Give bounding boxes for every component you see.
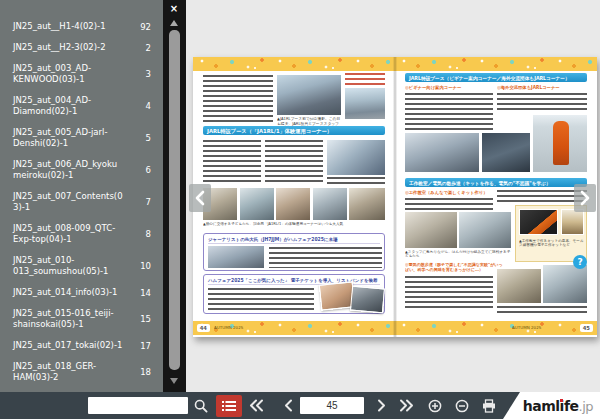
- article-box-eticket: ハムフェア2025「ここが気に入った」 電子チケットを導入、リストバンドを装着: [203, 274, 385, 314]
- toc-item[interactable]: JN25_aut_014_info(03)-1 14: [0, 282, 163, 303]
- article-box-header: ハムフェア2025「ここが気に入った」 電子チケットを導入、リストバンドを装着: [208, 277, 380, 285]
- zoom-in-icon: [428, 399, 442, 413]
- subheading-workshop: ◎工作教室（みんなで楽しくキット作り）: [405, 190, 493, 196]
- scrollbar-thumb[interactable]: [169, 30, 180, 370]
- toc-item[interactable]: JN25_aut_018_GER-HAM(03)-2 18: [0, 356, 163, 388]
- toc-item-label: JN25_aut__H2-3(02)-2: [13, 42, 133, 53]
- toc-item-label: JN25_aut_014_info(03)-1: [13, 287, 133, 298]
- magazine-spread: ▲JA1RLブース前で記念撮影。この日も晴天、JARL役員とブーススタッフのみな…: [193, 57, 597, 337]
- printer-icon: [482, 399, 496, 413]
- toc-item[interactable]: JN25_aut__H2-3(02)-2 2: [0, 37, 163, 58]
- toc-item-page: 92: [133, 22, 151, 32]
- photo-kids-operating-3: [276, 188, 310, 220]
- toc-item-label: JN25_aut_004_AD-Diamond(02)-1: [13, 95, 133, 117]
- toc-item-label: JN25_aut_010-013_soumushou(05)-1: [13, 255, 133, 277]
- toc-item[interactable]: JN25_aut_007_Contents(03)-1 7: [0, 186, 163, 218]
- page-number-input[interactable]: [300, 397, 364, 414]
- photo-experiment-kids-1: [497, 269, 541, 303]
- section-header-workshop: 工作教室／電気の散歩道（キットを作る、電気の"不思議"を学ぶ）: [405, 178, 587, 187]
- body-text-block: [208, 288, 314, 311]
- photo-display-case: [482, 133, 530, 172]
- body-text-block: [327, 177, 385, 185]
- photo-group-commemorative: [277, 75, 341, 115]
- photo-workshop-kids-2: [459, 212, 511, 248]
- deco-band-bottom: AUTUMN 2025 45: [395, 321, 597, 335]
- toc-item[interactable]: JN25_aut_017_tokai(02)-1 17: [0, 335, 163, 356]
- kit-sample-panel: ▲工作教室で作るキットの見本。モールス練習機や電子工作キットなど: [515, 205, 587, 262]
- photo-visitors-walking: [345, 88, 385, 119]
- last-page-button[interactable]: [398, 398, 414, 414]
- magazine-page-left[interactable]: ▲JA1RLブース前で記念撮影。この日も晴天、JARL役員とブーススタッフのみな…: [193, 57, 395, 337]
- toc-item-label: JN25_aut_015-016_teiji-shainsokai(05)-1: [13, 308, 133, 330]
- toc-item[interactable]: JN25_aut__H1-4(02)-1 92: [0, 16, 163, 37]
- photo-kit-device: [519, 209, 558, 235]
- toc-item-page: 2: [133, 43, 151, 53]
- toc-toggle-button[interactable]: [216, 395, 242, 417]
- toc-item[interactable]: JN25_aut_006_AD_kyokumeiroku(02)-1 6: [0, 154, 163, 186]
- search-button[interactable]: [193, 398, 209, 414]
- zoom-out-icon: [455, 399, 469, 413]
- toc-item-label: JN25_aut__H1-4(02)-1: [13, 21, 133, 32]
- photo-entrance-crowd: [350, 286, 385, 314]
- first-page-button[interactable]: [248, 398, 264, 414]
- photo-caption: ▲スタッフに教わりながら、はんだ付けや組み立てに挑戦する子どもたち: [405, 250, 511, 259]
- toc-item-label: JN25_aut_017_tokai(02)-1: [13, 340, 133, 351]
- chevron-right-icon: [376, 399, 387, 412]
- toc-item-page: 15: [133, 314, 151, 324]
- double-chevron-left-icon: [249, 399, 264, 412]
- toc-item[interactable]: JN25_aut_008-009_QTC-Exp-top(04)-1 8: [0, 218, 163, 250]
- body-text-block: [265, 140, 323, 184]
- caption-box-red: [345, 73, 385, 86]
- photo-caption: [497, 306, 587, 314]
- zoom-out-button[interactable]: [454, 398, 470, 414]
- photo-kit-parts: [561, 209, 584, 235]
- photo-kids-operating-4: [313, 188, 347, 220]
- orange-suit-figure: [553, 121, 569, 165]
- body-text-block: [405, 93, 493, 131]
- toc-item-label: JN25_aut_018_GER-HAM(03)-2: [13, 361, 133, 383]
- close-icon[interactable]: ×: [166, 2, 182, 16]
- question-bubble: ?: [573, 255, 587, 269]
- search-icon: [194, 399, 208, 413]
- next-page-button[interactable]: [574, 184, 596, 212]
- page-number-right: 45: [580, 324, 593, 332]
- toc-scrollbar[interactable]: ×: [163, 0, 186, 392]
- toc-item-label: JN25_aut_008-009_QTC-Exp-top(04)-1: [13, 223, 133, 245]
- hamlife-logo[interactable]: hamlife.jp: [503, 392, 600, 419]
- photo-caption: ▲熱心に交信する子どもたち。記念局「JA1RL/1」の体験運用コーナーはいつも大…: [203, 222, 385, 231]
- previous-page-button[interactable]: [280, 398, 296, 414]
- photo-two-men: [208, 246, 264, 268]
- toc-item[interactable]: JN25_aut_015-016_teiji-shainsokai(05)-1 …: [0, 303, 163, 335]
- toc-item[interactable]: JN25_aut_010-013_soumushou(05)-1 10: [0, 250, 163, 282]
- body-text-block: [203, 140, 261, 184]
- print-button[interactable]: [481, 398, 497, 414]
- body-text-block: [405, 198, 493, 210]
- scroll-down-arrow-icon[interactable]: [170, 378, 178, 384]
- toc-item-page: 6: [133, 165, 151, 175]
- article-box-journalist: ジャーナリストの先大氏（JH7JJM）がハムフェア2025に来場: [203, 233, 385, 271]
- scroll-up-arrow-icon[interactable]: [170, 20, 178, 26]
- section-header-beginner: JARL特設ブース（ビギナー案内コーナー／海外交流団体もJARLコーナー）: [405, 73, 587, 82]
- toc-item-label: JN25_aut_003_AD-KENWOOD(03)-1: [13, 63, 133, 85]
- logo-red-dot: i: [560, 398, 564, 414]
- chevron-left-icon: [283, 399, 294, 412]
- search-input[interactable]: [88, 397, 188, 414]
- prev-page-button[interactable]: [189, 184, 211, 212]
- toc-item-page: 10: [133, 261, 151, 271]
- toc-item[interactable]: JN25_aut_005_AD-jarl-Denshi(02)-1 5: [0, 122, 163, 154]
- magazine-page-right[interactable]: JARL特設ブース（ビギナー案内コーナー／海外交流団体もJARLコーナー） ◎ビ…: [395, 57, 597, 337]
- toc-item[interactable]: JN25_aut_004_AD-Diamond(02)-1 4: [0, 90, 163, 122]
- list-icon: [222, 400, 236, 412]
- toc-item-page: 5: [133, 133, 151, 143]
- next-page-toolbar-button[interactable]: [373, 398, 389, 414]
- toc-item-label: JN25_aut_006_AD_kyokumeiroku(02)-1: [13, 159, 133, 181]
- chevron-right-icon: [579, 190, 591, 206]
- toc-item[interactable]: JN25_aut_003_AD-KENWOOD(03)-1 3: [0, 58, 163, 90]
- photo-experiment-kids-2: [543, 265, 587, 303]
- photo-kids-operating-2: [240, 188, 274, 220]
- toc-item-label: JN25_aut_005_AD-jarl-Denshi(02)-1: [13, 127, 133, 149]
- body-text-block: [497, 93, 587, 113]
- zoom-in-button[interactable]: [427, 398, 443, 414]
- toc-item-page: 3: [133, 69, 151, 79]
- deco-band-top: [395, 57, 597, 71]
